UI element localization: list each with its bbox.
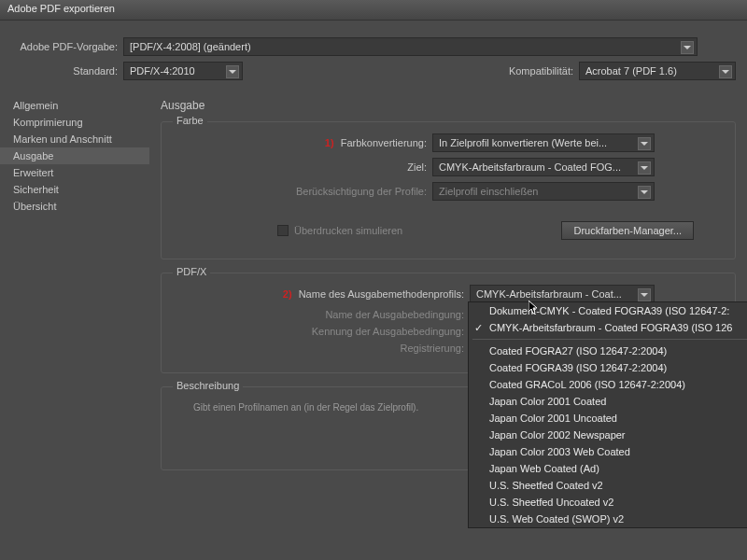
pdfx-legend: PDF/X: [173, 266, 210, 277]
farbe-fieldset: Farbe 1) Farbkonvertierung: In Zielprofi…: [161, 121, 736, 259]
menu-separator: [472, 339, 747, 340]
sidebar-item[interactable]: Sicherheit: [0, 181, 149, 198]
vorgabe-label: Adobe PDF-Vorgabe:: [11, 41, 123, 52]
content-panel: Ausgabe Farbe 1) Farbkonvertierung: In Z…: [149, 93, 747, 483]
menu-item[interactable]: Japan Color 2001 Coated: [469, 393, 747, 410]
cond-id-label: Kennung der Ausgabebedingung:: [171, 326, 470, 337]
cond-name-label: Name der Ausgabebedingung:: [171, 309, 470, 320]
chevron-down-icon: [638, 186, 651, 199]
profile-dropdown: Zielprofil einschließen: [432, 182, 655, 201]
sidebar-item[interactable]: Marken und Anschnitt: [0, 131, 149, 147]
annotation-1: 1): [325, 137, 334, 148]
chevron-down-icon: [638, 288, 651, 301]
check-icon: ✓: [474, 322, 483, 334]
sidebar-item[interactable]: Übersicht: [0, 198, 149, 215]
menu-item[interactable]: Japan Color 2001 Uncoated: [469, 410, 747, 427]
annotation-2: 2): [283, 288, 292, 300]
sidebar-item[interactable]: Komprimierung: [0, 114, 149, 131]
top-form: Adobe PDF-Vorgabe: [PDF/X-4:2008] (geänd…: [0, 21, 747, 93]
sidebar-item[interactable]: Allgemein: [0, 97, 149, 114]
menu-item[interactable]: U.S. Sheetfed Uncoated v2: [469, 494, 747, 511]
chevron-down-icon: [681, 41, 694, 54]
menu-item[interactable]: Coated FOGRA27 (ISO 12647-2:2004): [469, 343, 747, 359]
menu-item[interactable]: Dokument-CMYK - Coated FOGRA39 (ISO 1264…: [469, 302, 747, 319]
chevron-down-icon: [638, 137, 651, 150]
menu-item[interactable]: CMYK-Arbeitsfarbraum - Coated FOGRA39 (I…: [469, 319, 747, 336]
profile-name-label: Name des Ausgabemethodenprofils:: [299, 288, 464, 300]
profile-dropdown-menu[interactable]: Dokument-CMYK - Coated FOGRA39 (ISO 1264…: [468, 301, 747, 528]
profile-label: Berücksichtigung der Profile:: [171, 186, 432, 197]
vorgabe-dropdown[interactable]: [PDF/X-4:2008] (geändert): [123, 37, 698, 56]
ink-manager-button[interactable]: Druckfarben-Manager...: [561, 221, 694, 240]
menu-item[interactable]: Coated FOGRA39 (ISO 12647-2:2004): [469, 359, 747, 376]
pdfx-fieldset: PDF/X 2) Name des Ausgabemethodenprofils…: [161, 273, 736, 373]
reg-label: Registrierung:: [171, 343, 470, 354]
menu-item[interactable]: Japan Color 2002 Newspaper: [469, 427, 747, 443]
standard-label: Standard:: [11, 65, 123, 77]
cursor-icon: [529, 301, 540, 315]
menu-item[interactable]: Coated GRACoL 2006 (ISO 12647-2:2004): [469, 376, 747, 393]
beschreibung-legend: Beschreibung: [173, 380, 243, 391]
standard-dropdown[interactable]: PDF/X-4:2010: [123, 62, 243, 80]
konvert-label: Farbkonvertierung:: [341, 137, 427, 148]
kompat-dropdown[interactable]: Acrobat 7 (PDF 1.6): [579, 62, 736, 80]
chevron-down-icon: [719, 65, 732, 78]
menu-item[interactable]: U.S. Sheetfed Coated v2: [469, 477, 747, 494]
menu-item[interactable]: Japan Color 2003 Web Coated: [469, 443, 747, 460]
konvert-dropdown[interactable]: In Zielprofil konvertieren (Werte bei...: [432, 133, 655, 152]
kompat-label: Kompatibilität:: [509, 65, 579, 77]
window-titlebar: Adobe PDF exportieren: [0, 0, 747, 21]
menu-item[interactable]: U.S. Web Coated (SWOP) v2: [469, 511, 747, 527]
sidebar: AllgemeinKomprimierungMarken und Anschni…: [0, 93, 149, 483]
farbe-legend: Farbe: [173, 115, 207, 126]
menu-item[interactable]: Japan Web Coated (Ad): [469, 460, 747, 477]
profile-name-dropdown[interactable]: CMYK-Arbeitsfarbraum - Coat...: [470, 285, 655, 303]
sidebar-item[interactable]: Erweitert: [0, 164, 149, 181]
window-title: Adobe PDF exportieren: [7, 3, 115, 14]
section-header: Ausgabe: [161, 93, 736, 121]
overprint-checkbox: [277, 225, 289, 236]
chevron-down-icon: [226, 65, 239, 78]
chevron-down-icon: [638, 161, 651, 175]
ziel-dropdown[interactable]: CMYK-Arbeitsfarbraum - Coated FOG...: [432, 158, 655, 176]
sidebar-item[interactable]: Ausgabe: [0, 147, 149, 164]
ziel-label: Ziel:: [171, 161, 432, 173]
overprint-label: Überdrucken simulieren: [294, 225, 402, 236]
